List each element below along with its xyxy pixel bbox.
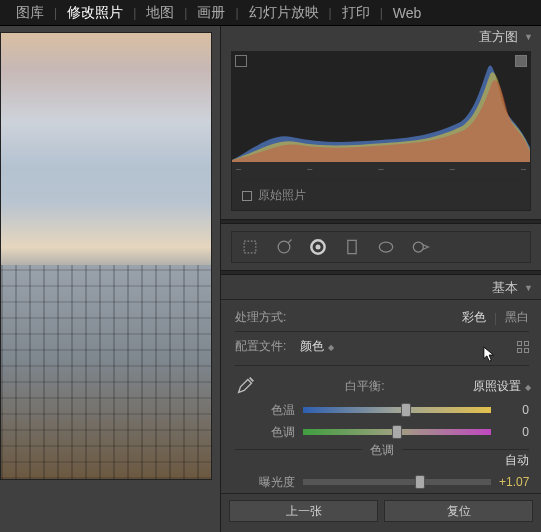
- histogram-panel: – – – – – 原始照片: [231, 51, 531, 211]
- crop-tool[interactable]: [237, 236, 263, 258]
- tint-slider[interactable]: [303, 429, 491, 435]
- photo-preview-area: [0, 26, 220, 532]
- tint-slider-row: 色调 0: [235, 421, 529, 443]
- treatment-label: 处理方式:: [235, 309, 286, 326]
- raw-photo-row: 原始照片: [242, 180, 520, 204]
- profile-dropdown[interactable]: 颜色◆: [300, 338, 332, 355]
- basic-title: 基本: [492, 279, 518, 297]
- basic-panel: 处理方式: 彩色 | 黑白 配置文件: 颜色◆: [221, 299, 541, 493]
- wb-row: 白平衡: 原照设置◆: [235, 374, 529, 399]
- raw-checkbox[interactable]: [242, 191, 252, 201]
- tool-strip: [231, 231, 531, 263]
- histogram-title: 直方图: [479, 28, 518, 46]
- tab-slideshow[interactable]: 幻灯片放映: [243, 4, 325, 22]
- histogram-svg: [232, 52, 530, 162]
- radial-tool[interactable]: [373, 236, 399, 258]
- histogram-ticks: – – – – –: [236, 164, 526, 174]
- profile-row: 配置文件: 颜色◆: [235, 338, 529, 366]
- collapse-icon: ▼: [524, 283, 533, 293]
- collapse-icon: ▼: [524, 32, 533, 42]
- photo-preview[interactable]: [0, 32, 212, 480]
- divider: [221, 219, 541, 224]
- brush-tool[interactable]: [407, 236, 433, 258]
- tint-value[interactable]: 0: [499, 425, 529, 439]
- tint-label: 色调: [235, 424, 295, 441]
- profile-label: 配置文件:: [235, 338, 286, 355]
- temp-label: 色温: [235, 402, 295, 419]
- top-nav: 图库 | 修改照片 | 地图 | 画册 | 幻灯片放映 | 打印 | Web: [0, 0, 541, 26]
- basic-header[interactable]: 基本 ▼: [221, 277, 541, 299]
- redeye-tool[interactable]: [305, 236, 331, 258]
- exposure-value[interactable]: +1.07: [499, 475, 529, 489]
- temp-slider-row: 色温 0: [235, 399, 529, 421]
- svg-point-1: [278, 241, 290, 253]
- svg-rect-4: [348, 240, 356, 253]
- profile-browser-icon[interactable]: [517, 341, 529, 353]
- treatment-color[interactable]: 彩色: [462, 309, 486, 326]
- prev-button[interactable]: 上一张: [229, 500, 378, 522]
- tab-book[interactable]: 画册: [191, 4, 231, 22]
- svg-point-3: [316, 245, 321, 250]
- tab-web[interactable]: Web: [387, 5, 428, 21]
- tone-label: 色调: [362, 442, 402, 459]
- tab-library[interactable]: 图库: [10, 4, 50, 22]
- highlight-clip-indicator[interactable]: [515, 55, 527, 67]
- svg-point-5: [379, 242, 392, 252]
- wb-label: 白平衡:: [257, 378, 473, 395]
- wb-dropdown[interactable]: 原照设置◆: [473, 378, 529, 395]
- spot-tool[interactable]: [271, 236, 297, 258]
- exposure-slider-row: 曝光度 +1.07: [235, 471, 529, 493]
- histogram-chart[interactable]: – – – – –: [232, 52, 530, 162]
- gradient-tool[interactable]: [339, 236, 365, 258]
- svg-rect-0: [244, 241, 256, 253]
- exposure-slider[interactable]: [303, 479, 491, 485]
- svg-point-6: [413, 242, 423, 252]
- tab-print[interactable]: 打印: [336, 4, 376, 22]
- auto-tone-button[interactable]: 自动: [505, 453, 529, 467]
- eyedropper-tool[interactable]: [235, 374, 257, 399]
- raw-label: 原始照片: [258, 187, 306, 204]
- tone-separator: 色调: [235, 449, 529, 450]
- histogram-header[interactable]: 直方图 ▼: [221, 26, 541, 48]
- treatment-row: 处理方式: 彩色 | 黑白: [235, 306, 529, 332]
- footer-buttons: 上一张 复位: [221, 493, 541, 532]
- right-panel: 直方图 ▼ – – – – –: [220, 26, 541, 532]
- temp-slider[interactable]: [303, 407, 491, 413]
- treatment-bw[interactable]: 黑白: [505, 309, 529, 326]
- divider: [221, 270, 541, 275]
- tab-develop[interactable]: 修改照片: [61, 4, 129, 22]
- shadow-clip-indicator[interactable]: [235, 55, 247, 67]
- exposure-label: 曝光度: [235, 474, 295, 491]
- reset-button[interactable]: 复位: [384, 500, 533, 522]
- temp-value[interactable]: 0: [499, 403, 529, 417]
- tab-map[interactable]: 地图: [140, 4, 180, 22]
